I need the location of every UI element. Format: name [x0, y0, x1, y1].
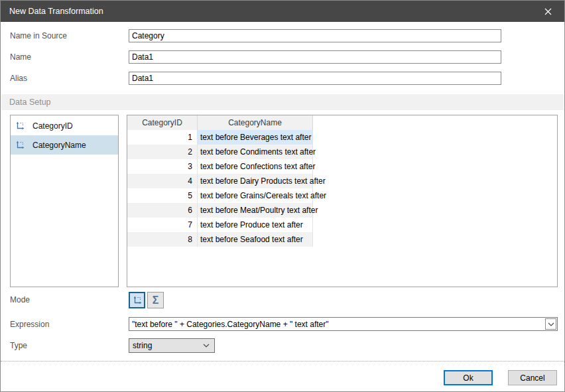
- table-row[interactable]: 3text before Confections text after: [127, 159, 557, 174]
- close-icon: [544, 8, 552, 15]
- type-value: string: [129, 341, 203, 350]
- expression-label: Expression: [10, 318, 49, 331]
- type-dropdown[interactable]: string: [129, 338, 215, 353]
- name-in-source-input[interactable]: [129, 29, 501, 42]
- cell-category-id[interactable]: 8: [127, 232, 198, 247]
- list-item-categoryid[interactable]: CategoryID: [11, 116, 118, 135]
- table-row[interactable]: 2text before Condiments text after: [127, 145, 557, 159]
- name-input[interactable]: [129, 50, 501, 64]
- alias-input[interactable]: [129, 72, 501, 85]
- cell-category-id[interactable]: 4: [127, 174, 198, 188]
- list-item-label: CategoryID: [32, 121, 73, 131]
- cell-category-id[interactable]: 5: [127, 188, 198, 203]
- new-data-transformation-dialog: New Data Transformation Name in Source N…: [0, 0, 565, 392]
- cell-category-name[interactable]: text before Grains/Cereals text after: [198, 188, 313, 203]
- expression-combobox[interactable]: "text before " + Categories.CategoryName…: [129, 317, 558, 331]
- titlebar: New Data Transformation: [1, 1, 564, 22]
- cell-category-name[interactable]: text before Beverages text after: [198, 130, 313, 145]
- mode-aggregate-button[interactable]: Σ: [147, 292, 164, 308]
- ok-button[interactable]: Ok: [444, 370, 493, 385]
- cell-category-id[interactable]: 1: [127, 130, 198, 145]
- list-item-categoryname[interactable]: CategoryName: [11, 135, 118, 155]
- transform-icon: [15, 140, 25, 151]
- cell-category-id[interactable]: 2: [127, 145, 198, 159]
- chevron-down-icon: [203, 344, 214, 348]
- footer-divider: [1, 361, 564, 361]
- table-row[interactable]: 8text before Seafood text after: [127, 232, 557, 247]
- type-label: Type: [10, 339, 27, 352]
- close-button[interactable]: [538, 1, 558, 22]
- mode-label: Mode: [10, 293, 30, 306]
- cell-category-id[interactable]: 3: [127, 159, 198, 174]
- window-title: New Data Transformation: [1, 7, 103, 16]
- table-row[interactable]: 7text before Produce text after: [127, 218, 557, 232]
- column-header-categoryid[interactable]: CategoryID: [127, 115, 198, 130]
- name-in-source-label: Name in Source: [10, 29, 67, 42]
- cell-category-name[interactable]: text before Condiments text after: [198, 145, 313, 159]
- table-row[interactable]: 6text before Meat/Poultry text after: [127, 203, 557, 218]
- grid-body: 1text before Beverages text after2text b…: [127, 130, 557, 247]
- expression-dropdown-button[interactable]: [545, 318, 556, 330]
- table-row[interactable]: 4text before Dairy Products text after: [127, 174, 557, 188]
- column-header-categoryname[interactable]: CategoryName: [198, 115, 313, 130]
- chevron-down-icon: [548, 322, 554, 326]
- cell-category-id[interactable]: 7: [127, 218, 198, 232]
- cell-category-id[interactable]: 6: [127, 203, 198, 218]
- sigma-icon: Σ: [153, 295, 159, 306]
- cell-category-name[interactable]: text before Dairy Products text after: [198, 174, 313, 188]
- list-item-label: CategoryName: [32, 141, 86, 150]
- cell-category-name[interactable]: text before Seafood text after: [198, 232, 313, 247]
- alias-label: Alias: [10, 72, 27, 85]
- table-row[interactable]: 1text before Beverages text after: [127, 130, 557, 145]
- grid-header: CategoryID CategoryName: [127, 115, 557, 130]
- cancel-button[interactable]: Cancel: [508, 370, 557, 385]
- cell-category-name[interactable]: text before Meat/Poultry text after: [198, 203, 313, 218]
- expression-value[interactable]: "text before " + Categories.CategoryName…: [129, 320, 545, 329]
- table-row[interactable]: 5text before Grains/Cereals text after: [127, 188, 557, 203]
- mode-transform-button[interactable]: [129, 292, 145, 308]
- preview-grid: CategoryID CategoryName 1text before Bev…: [127, 115, 558, 287]
- transform-icon: [15, 121, 25, 131]
- transform-icon: [132, 295, 143, 306]
- name-label: Name: [10, 50, 31, 64]
- data-setup-section-header: Data Setup: [1, 94, 564, 110]
- cell-category-name[interactable]: text before Produce text after: [198, 218, 313, 232]
- cell-category-name[interactable]: text before Confections text after: [198, 159, 313, 174]
- field-listbox: CategoryID CategoryName: [10, 115, 119, 287]
